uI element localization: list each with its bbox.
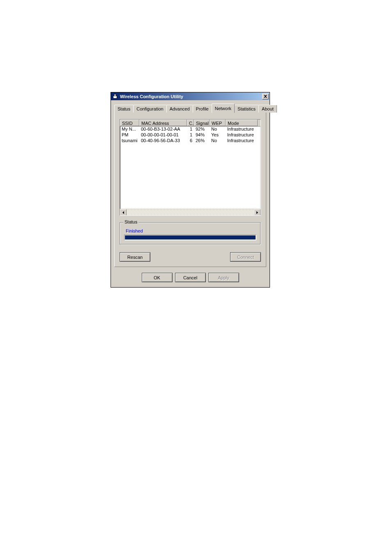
scroll-right-button[interactable] bbox=[254, 209, 261, 216]
cell-signal: 94% bbox=[194, 132, 210, 138]
cell-mode: Infrastructure bbox=[226, 132, 258, 138]
cell-signal: 26% bbox=[194, 138, 210, 144]
cell-c: 6 bbox=[187, 138, 194, 144]
cell-mac: 00-00-00-01-00-01 bbox=[139, 132, 187, 138]
column-header-wep[interactable]: WEP bbox=[210, 120, 226, 126]
table-row[interactable]: PM 00-00-00-01-00-01 1 94% Yes Infrastru… bbox=[120, 132, 261, 138]
cancel-button[interactable]: Cancel bbox=[175, 273, 206, 282]
app-icon bbox=[112, 93, 118, 100]
progress-fill bbox=[125, 235, 256, 240]
cell-wep: No bbox=[210, 138, 226, 144]
table-row[interactable]: tsunami 00-40-96-56-DA-33 6 26% No Infra… bbox=[120, 138, 261, 144]
ok-button[interactable]: OK bbox=[142, 273, 173, 282]
column-header-signal[interactable]: Signal bbox=[194, 120, 210, 126]
cell-mode: Infrastructure bbox=[226, 138, 258, 144]
tabstrip: Status Configuration Advanced Profile Ne… bbox=[114, 104, 266, 113]
window-title: Wireless Configuration Utility bbox=[120, 94, 262, 99]
wireless-config-dialog: Wireless Configuration Utility Status Co… bbox=[111, 92, 270, 288]
cell-wep: No bbox=[210, 127, 226, 132]
tab-advanced[interactable]: Advanced bbox=[166, 105, 193, 113]
status-group-label: Status bbox=[123, 219, 138, 224]
column-header-c[interactable]: C. bbox=[187, 120, 194, 126]
tab-network[interactable]: Network bbox=[212, 104, 235, 113]
tab-profile[interactable]: Profile bbox=[193, 105, 212, 113]
tab-statistics[interactable]: Statistics bbox=[234, 105, 259, 113]
panel-button-row: Rescan Connect bbox=[120, 252, 261, 262]
table-row[interactable]: My N... 00-60-B3-13-02-AA 1 92% No Infra… bbox=[120, 127, 261, 132]
titlebar[interactable]: Wireless Configuration Utility bbox=[111, 92, 270, 100]
cell-ssid: tsunami bbox=[120, 138, 139, 144]
cell-ssid: My N... bbox=[120, 127, 139, 132]
svg-rect-1 bbox=[114, 94, 116, 96]
horizontal-scrollbar[interactable] bbox=[120, 209, 261, 215]
cell-wep: Yes bbox=[210, 132, 226, 138]
scan-progress-bar bbox=[124, 235, 256, 240]
apply-button[interactable]: Apply bbox=[208, 273, 239, 282]
cell-mac: 00-40-96-56-DA-33 bbox=[139, 138, 187, 144]
column-header-ssid[interactable]: SSID bbox=[120, 120, 139, 126]
cell-signal: 92% bbox=[194, 127, 210, 132]
tab-status[interactable]: Status bbox=[114, 105, 134, 113]
cell-c: 1 bbox=[187, 132, 194, 138]
cell-ssid: PM bbox=[120, 132, 139, 138]
cell-c: 1 bbox=[187, 127, 194, 132]
column-header-mode[interactable]: Mode bbox=[226, 120, 258, 126]
close-button[interactable] bbox=[262, 94, 269, 99]
listview-header: SSID MAC Address C. Signal WEP Mode bbox=[120, 120, 261, 127]
scroll-left-button[interactable] bbox=[120, 209, 127, 216]
listview-body: My N... 00-60-B3-13-02-AA 1 92% No Infra… bbox=[120, 127, 261, 144]
cell-mac: 00-60-B3-13-02-AA bbox=[139, 127, 187, 132]
cell-mode: Infrastructure bbox=[226, 127, 258, 132]
status-groupbox: Status Finished bbox=[120, 222, 261, 245]
connect-button[interactable]: Connect bbox=[230, 252, 261, 262]
tab-panel-network: SSID MAC Address C. Signal WEP Mode My N… bbox=[114, 112, 266, 267]
tab-configuration[interactable]: Configuration bbox=[133, 105, 166, 113]
svg-rect-0 bbox=[113, 96, 117, 98]
rescan-button[interactable]: Rescan bbox=[120, 252, 150, 262]
status-text: Finished bbox=[126, 228, 256, 233]
tab-about[interactable]: About bbox=[258, 105, 277, 113]
column-header-mac[interactable]: MAC Address bbox=[139, 120, 187, 126]
dialog-button-row: OK Cancel Apply bbox=[114, 269, 266, 283]
dialog-body: Status Configuration Advanced Profile Ne… bbox=[111, 100, 270, 287]
network-listview[interactable]: SSID MAC Address C. Signal WEP Mode My N… bbox=[120, 119, 261, 216]
scroll-track[interactable] bbox=[127, 209, 254, 215]
